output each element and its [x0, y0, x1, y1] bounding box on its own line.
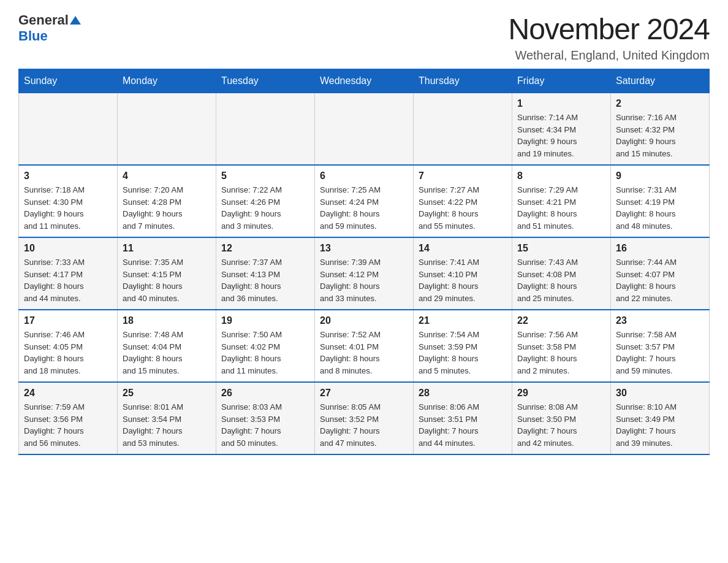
column-header-sunday: Sunday: [19, 69, 118, 93]
calendar-cell: [315, 93, 414, 166]
calendar-cell: 26Sunrise: 8:03 AMSunset: 3:53 PMDayligh…: [216, 382, 315, 454]
calendar-header-row: SundayMondayTuesdayWednesdayThursdayFrid…: [19, 69, 710, 93]
day-info: Sunrise: 7:31 AMSunset: 4:19 PMDaylight:…: [616, 184, 704, 232]
column-header-saturday: Saturday: [611, 69, 710, 93]
day-number: 13: [320, 243, 408, 254]
day-number: 26: [221, 388, 309, 399]
day-info: Sunrise: 7:43 AMSunset: 4:08 PMDaylight:…: [517, 256, 605, 304]
calendar-cell: 11Sunrise: 7:35 AMSunset: 4:15 PMDayligh…: [118, 237, 216, 310]
logo-blue: Blue: [18, 28, 48, 44]
day-info: Sunrise: 7:14 AMSunset: 4:34 PMDaylight:…: [517, 112, 605, 159]
logo-general: General: [18, 12, 69, 28]
calendar-cell: 20Sunrise: 7:52 AMSunset: 4:01 PMDayligh…: [315, 310, 414, 382]
day-info: Sunrise: 7:56 AMSunset: 3:58 PMDaylight:…: [517, 329, 605, 377]
logo-triangle-icon: [70, 15, 81, 26]
calendar-cell: 22Sunrise: 7:56 AMSunset: 3:58 PMDayligh…: [512, 310, 611, 382]
day-number: 14: [419, 243, 507, 254]
calendar-cell: 9Sunrise: 7:31 AMSunset: 4:19 PMDaylight…: [611, 165, 710, 237]
calendar-table: SundayMondayTuesdayWednesdayThursdayFrid…: [18, 69, 710, 455]
day-number: 18: [123, 315, 211, 326]
calendar-cell: [216, 93, 315, 166]
day-number: 4: [123, 170, 211, 182]
day-number: 2: [616, 98, 704, 109]
day-info: Sunrise: 8:10 AMSunset: 3:49 PMDaylight:…: [616, 401, 704, 449]
day-number: 5: [221, 170, 309, 182]
day-number: 12: [221, 243, 309, 254]
day-info: Sunrise: 8:06 AMSunset: 3:51 PMDaylight:…: [419, 401, 507, 449]
day-info: Sunrise: 7:29 AMSunset: 4:21 PMDaylight:…: [517, 184, 605, 232]
calendar-cell: 10Sunrise: 7:33 AMSunset: 4:17 PMDayligh…: [19, 237, 118, 310]
day-number: 22: [517, 315, 605, 326]
calendar-cell: 17Sunrise: 7:46 AMSunset: 4:05 PMDayligh…: [19, 310, 118, 382]
column-header-friday: Friday: [512, 69, 611, 93]
column-header-monday: Monday: [118, 69, 216, 93]
column-header-wednesday: Wednesday: [315, 69, 414, 93]
day-number: 10: [24, 243, 112, 254]
day-number: 16: [616, 243, 704, 254]
day-number: 24: [24, 388, 112, 399]
day-info: Sunrise: 7:50 AMSunset: 4:02 PMDaylight:…: [221, 329, 309, 377]
calendar-cell: 19Sunrise: 7:50 AMSunset: 4:02 PMDayligh…: [216, 310, 315, 382]
day-number: 8: [517, 170, 605, 182]
calendar-cell: 15Sunrise: 7:43 AMSunset: 4:08 PMDayligh…: [512, 237, 611, 310]
day-info: Sunrise: 7:27 AMSunset: 4:22 PMDaylight:…: [419, 184, 507, 232]
calendar-cell: 21Sunrise: 7:54 AMSunset: 3:59 PMDayligh…: [414, 310, 512, 382]
calendar-cell: 29Sunrise: 8:08 AMSunset: 3:50 PMDayligh…: [512, 382, 611, 454]
calendar-cell: 5Sunrise: 7:22 AMSunset: 4:26 PMDaylight…: [216, 165, 315, 237]
day-info: Sunrise: 8:08 AMSunset: 3:50 PMDaylight:…: [517, 401, 605, 449]
day-number: 30: [616, 388, 704, 399]
calendar-cell: 3Sunrise: 7:18 AMSunset: 4:30 PMDaylight…: [19, 165, 118, 237]
calendar-cell: 12Sunrise: 7:37 AMSunset: 4:13 PMDayligh…: [216, 237, 315, 310]
calendar-cell: 18Sunrise: 7:48 AMSunset: 4:04 PMDayligh…: [118, 310, 216, 382]
day-info: Sunrise: 7:44 AMSunset: 4:07 PMDaylight:…: [616, 256, 704, 304]
calendar-week-row: 10Sunrise: 7:33 AMSunset: 4:17 PMDayligh…: [19, 237, 710, 310]
day-number: 17: [24, 315, 112, 326]
day-number: 21: [419, 315, 507, 326]
day-info: Sunrise: 7:46 AMSunset: 4:05 PMDaylight:…: [24, 329, 112, 377]
svg-marker-0: [70, 16, 81, 25]
calendar-cell: 7Sunrise: 7:27 AMSunset: 4:22 PMDaylight…: [414, 165, 512, 237]
day-number: 27: [320, 388, 408, 399]
day-info: Sunrise: 7:37 AMSunset: 4:13 PMDaylight:…: [221, 256, 309, 304]
calendar-cell: 2Sunrise: 7:16 AMSunset: 4:32 PMDaylight…: [611, 93, 710, 166]
day-info: Sunrise: 8:03 AMSunset: 3:53 PMDaylight:…: [221, 401, 309, 449]
calendar-cell: 1Sunrise: 7:14 AMSunset: 4:34 PMDaylight…: [512, 93, 611, 166]
calendar-cell: [19, 93, 118, 166]
day-number: 7: [419, 170, 507, 182]
day-info: Sunrise: 7:58 AMSunset: 3:57 PMDaylight:…: [616, 329, 704, 377]
calendar-cell: 23Sunrise: 7:58 AMSunset: 3:57 PMDayligh…: [611, 310, 710, 382]
day-number: 1: [517, 98, 605, 109]
calendar-title: November 2024: [508, 12, 710, 46]
calendar-cell: [414, 93, 512, 166]
day-info: Sunrise: 7:59 AMSunset: 3:56 PMDaylight:…: [24, 401, 112, 449]
day-info: Sunrise: 7:18 AMSunset: 4:30 PMDaylight:…: [24, 184, 112, 232]
day-info: Sunrise: 7:41 AMSunset: 4:10 PMDaylight:…: [419, 256, 507, 304]
day-info: Sunrise: 8:01 AMSunset: 3:54 PMDaylight:…: [123, 401, 211, 449]
calendar-cell: 24Sunrise: 7:59 AMSunset: 3:56 PMDayligh…: [19, 382, 118, 454]
title-section: November 2024 Wetheral, England, United …: [508, 12, 710, 63]
day-number: 20: [320, 315, 408, 326]
calendar-cell: 25Sunrise: 8:01 AMSunset: 3:54 PMDayligh…: [118, 382, 216, 454]
day-number: 9: [616, 170, 704, 182]
day-number: 6: [320, 170, 408, 182]
day-number: 29: [517, 388, 605, 399]
calendar-cell: 6Sunrise: 7:25 AMSunset: 4:24 PMDaylight…: [315, 165, 414, 237]
day-number: 11: [123, 243, 211, 254]
calendar-cell: 14Sunrise: 7:41 AMSunset: 4:10 PMDayligh…: [414, 237, 512, 310]
day-number: 15: [517, 243, 605, 254]
day-info: Sunrise: 7:16 AMSunset: 4:32 PMDaylight:…: [616, 112, 704, 159]
calendar-week-row: 24Sunrise: 7:59 AMSunset: 3:56 PMDayligh…: [19, 382, 710, 454]
day-info: Sunrise: 7:35 AMSunset: 4:15 PMDaylight:…: [123, 256, 211, 304]
column-header-tuesday: Tuesday: [216, 69, 315, 93]
day-info: Sunrise: 7:25 AMSunset: 4:24 PMDaylight:…: [320, 184, 408, 232]
calendar-cell: 4Sunrise: 7:20 AMSunset: 4:28 PMDaylight…: [118, 165, 216, 237]
calendar-week-row: 17Sunrise: 7:46 AMSunset: 4:05 PMDayligh…: [19, 310, 710, 382]
day-info: Sunrise: 8:05 AMSunset: 3:52 PMDaylight:…: [320, 401, 408, 449]
calendar-cell: 13Sunrise: 7:39 AMSunset: 4:12 PMDayligh…: [315, 237, 414, 310]
calendar-week-row: 1Sunrise: 7:14 AMSunset: 4:34 PMDaylight…: [19, 93, 710, 166]
day-number: 3: [24, 170, 112, 182]
day-number: 28: [419, 388, 507, 399]
calendar-cell: 28Sunrise: 8:06 AMSunset: 3:51 PMDayligh…: [414, 382, 512, 454]
day-info: Sunrise: 7:20 AMSunset: 4:28 PMDaylight:…: [123, 184, 211, 232]
day-info: Sunrise: 7:48 AMSunset: 4:04 PMDaylight:…: [123, 329, 211, 377]
